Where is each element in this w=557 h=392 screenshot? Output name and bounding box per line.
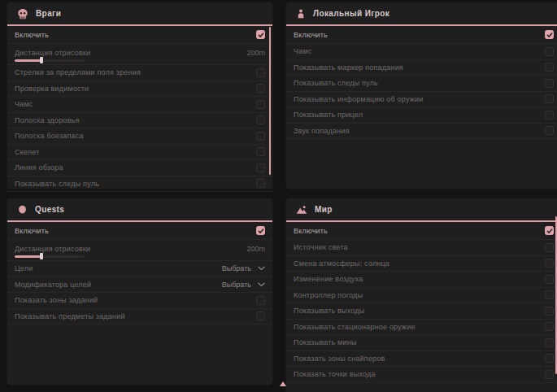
panel-body: ВключитьДистанция отрисовки200mЦелиВыбра…	[7, 222, 272, 324]
panel-body: ВключитьЧамсПоказывать маркер попаданияП…	[286, 26, 557, 139]
row-checkbox: Полоска боезапаса	[7, 128, 272, 145]
checkbox-label: Показать точки выхода	[294, 370, 376, 378]
slider-track[interactable]	[15, 59, 85, 62]
slider-thumb[interactable]	[40, 57, 43, 63]
checkbox[interactable]	[256, 115, 265, 124]
checkbox[interactable]	[545, 275, 554, 284]
row-slider: Дистанция отрисовки200m	[7, 44, 272, 65]
row-checkbox: Показывать следы пуль	[7, 176, 272, 193]
select-dropdown[interactable]: Выбрать	[222, 264, 265, 272]
select-label: Цели	[15, 264, 33, 272]
panel-body: ВключитьДистанция отрисовки200mСтрелки з…	[7, 26, 272, 192]
row-checkbox: Проверка видимости	[7, 81, 272, 98]
checkbox[interactable]	[545, 126, 554, 135]
chevron-down-icon	[258, 266, 265, 271]
checkbox-label: Скелет	[15, 148, 40, 156]
panel-local-player: Локальный Игрок ВключитьЧамсПоказывать м…	[286, 2, 557, 189]
skull-icon	[17, 8, 28, 20]
row-checkbox: Показывать следы пуль	[286, 76, 557, 92]
row-checkbox: Показывать мины	[286, 335, 557, 351]
panel-quests: Quests ВключитьДистанция отрисовки200mЦе…	[7, 198, 272, 385]
checkbox[interactable]	[545, 370, 554, 379]
slider-fill	[15, 255, 41, 258]
row-checkbox: Смена атмосферы: солнца	[286, 256, 557, 272]
slider-track[interactable]	[15, 255, 85, 258]
checkbox-label: Включить	[294, 227, 328, 235]
slider-thumb[interactable]	[40, 253, 43, 259]
row-checkbox: Чамс	[7, 97, 272, 113]
checkbox[interactable]	[545, 63, 554, 72]
panel-title: Враги	[36, 9, 61, 18]
checkbox[interactable]	[545, 226, 554, 235]
checkbox-label: Звук попадания	[294, 127, 350, 135]
checkbox[interactable]	[545, 338, 554, 347]
cheat-menu-overlay: Враги ВключитьДистанция отрисовки200mСтр…	[0, 0, 557, 392]
row-checkbox: Показать зоны заданий	[7, 293, 272, 309]
checkbox-label: Показать зоны заданий	[15, 296, 98, 304]
checkbox[interactable]	[256, 147, 265, 156]
panel-quests-header: Quests	[7, 198, 272, 222]
scrollbar-thumb[interactable]	[269, 27, 271, 175]
row-checkbox: Включить	[7, 222, 272, 240]
checkbox-label: Показывать следы пуль	[15, 180, 99, 188]
row-checkbox: Показывать предметы заданий	[7, 309, 272, 325]
checkbox-label: Показывать выходы	[294, 307, 365, 315]
panel-title: Quests	[35, 205, 64, 214]
quest-icon	[17, 204, 28, 215]
slider-fill	[15, 59, 41, 62]
checkbox[interactable]	[545, 322, 554, 331]
row-checkbox: Линия обзора	[7, 160, 272, 176]
panel-world: Мир ВключитьИсточник светаСмена атмосфер…	[286, 198, 557, 392]
slider-value: 200m	[246, 49, 265, 57]
checkbox[interactable]	[256, 226, 265, 235]
row-checkbox: Показывать информацию об оружии	[286, 92, 557, 108]
row-checkbox: Стрелки за пределами поля зрения	[7, 65, 272, 81]
row-checkbox: Включить	[286, 26, 557, 44]
row-checkbox: Скелет	[7, 145, 272, 161]
row-checkbox: Показывать маркер попадания	[286, 60, 557, 76]
panel-title: Локальный Игрок	[313, 9, 389, 18]
checkbox-label: Включить	[15, 227, 49, 235]
panel-world-header: Мир	[286, 198, 557, 222]
checkbox[interactable]	[256, 163, 265, 172]
checkbox[interactable]	[545, 111, 554, 120]
checkbox[interactable]	[545, 243, 554, 252]
checkbox-label: Чамс	[15, 100, 33, 108]
row-checkbox: Изменение воздуха	[286, 272, 557, 288]
checkbox-label: Источник света	[294, 243, 348, 251]
checkbox-label: Смена атмосферы: солнца	[294, 259, 389, 268]
checkbox[interactable]	[545, 47, 554, 56]
checkbox[interactable]	[545, 259, 554, 268]
select-dropdown[interactable]: Выбрать	[222, 281, 265, 289]
panel-local-player-header: Локальный Игрок	[286, 2, 557, 26]
row-checkbox: Показать точки выхода	[286, 367, 557, 383]
checkbox[interactable]	[256, 68, 265, 77]
checkbox-label: Показывать маркер попадания	[294, 63, 403, 72]
checkbox-label: Показать зоны снайперов	[294, 355, 385, 363]
checkbox-label: Чамс	[294, 47, 312, 55]
checkbox[interactable]	[545, 290, 554, 299]
panel-enemies-header: Враги	[7, 2, 272, 26]
checkbox-label: Полоска боезапаса	[15, 132, 84, 140]
panel-title: Мир	[315, 205, 333, 214]
row-checkbox: Контроллер погоды	[286, 288, 557, 304]
row-slider: Дистанция отрисовки200m	[7, 240, 272, 261]
checkbox[interactable]	[256, 84, 265, 93]
row-checkbox: Включить	[7, 26, 272, 44]
player-icon	[296, 9, 306, 19]
checkbox[interactable]	[256, 296, 265, 305]
checkbox[interactable]	[256, 100, 265, 109]
checkbox[interactable]	[256, 311, 265, 320]
checkbox-label: Показывать предметы заданий	[15, 312, 125, 320]
checkbox[interactable]	[545, 354, 554, 363]
checkbox[interactable]	[545, 307, 554, 316]
checkbox[interactable]	[545, 30, 554, 39]
checkbox[interactable]	[545, 79, 554, 88]
checkbox[interactable]	[256, 30, 265, 39]
checkbox-label: Контроллер погоды	[294, 291, 363, 299]
row-select: Модификатора целейВыбрать	[7, 277, 272, 294]
checkbox[interactable]	[545, 94, 554, 103]
checkbox[interactable]	[256, 132, 265, 141]
row-checkbox: Полоска здоровья	[7, 113, 272, 129]
checkbox[interactable]	[256, 179, 265, 188]
